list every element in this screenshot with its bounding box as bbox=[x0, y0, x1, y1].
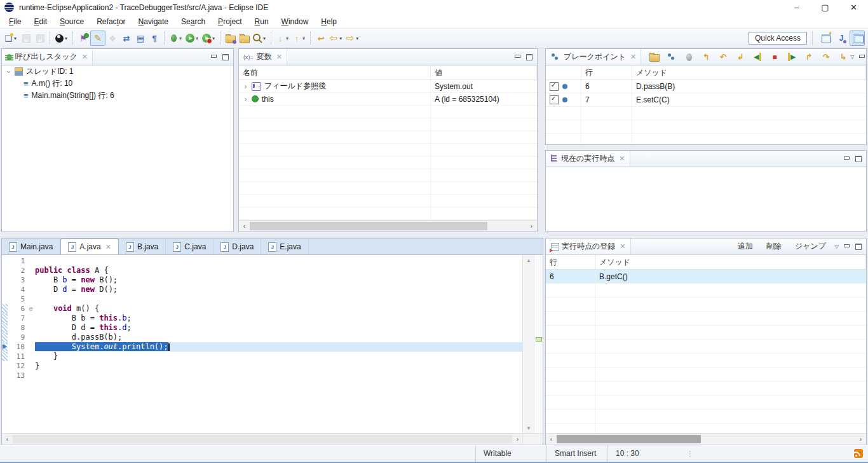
line-number[interactable]: 6 bbox=[8, 304, 27, 314]
breakpoints-col-line[interactable]: 行 bbox=[581, 66, 632, 79]
menu-search[interactable]: Search bbox=[175, 16, 212, 27]
step-over-icon[interactable]: ↷ bbox=[819, 50, 833, 64]
tab-current-execution-point[interactable]: 現在の実行時点 ✕ bbox=[546, 151, 630, 167]
step-back-return-icon[interactable]: ↲ bbox=[733, 50, 747, 64]
close-view-icon[interactable]: ✕ bbox=[630, 53, 636, 61]
save-all-icon[interactable] bbox=[33, 31, 47, 45]
breakpoints-col-method[interactable]: メソッド bbox=[632, 66, 866, 79]
trace-flag-icon[interactable] bbox=[76, 31, 90, 45]
line-number[interactable]: 1 bbox=[8, 256, 27, 266]
code-line[interactable]: 3 B b = new B(); bbox=[2, 275, 523, 285]
code-line[interactable]: 13 bbox=[2, 371, 523, 380]
breakpoint-checkbox[interactable] bbox=[550, 82, 559, 91]
line-number[interactable]: 4 bbox=[8, 285, 27, 294]
new-wizard-icon[interactable]: ▾ bbox=[3, 31, 19, 45]
code-line[interactable]: 10 System.out.println(); bbox=[2, 342, 523, 352]
menu-project[interactable]: Project bbox=[212, 16, 248, 27]
profile-icon[interactable]: ▾ bbox=[53, 31, 70, 45]
code-line[interactable]: 9 d.passB(b); bbox=[2, 333, 523, 342]
execreg-col-line[interactable]: 行 bbox=[546, 255, 595, 269]
tab-execution-point-registration[interactable]: 実行時点の登録 ✕ bbox=[546, 238, 631, 254]
line-number[interactable]: 3 bbox=[8, 275, 27, 285]
open-folder-icon[interactable] bbox=[238, 31, 252, 45]
editor-tab-main-java[interactable]: Main.java bbox=[2, 239, 60, 254]
menu-file[interactable]: File bbox=[3, 16, 27, 27]
step-back-over-icon[interactable]: ↶ bbox=[716, 50, 730, 64]
add-button[interactable]: 追加 bbox=[733, 241, 757, 252]
editor-tab-d-java[interactable]: D.java bbox=[214, 239, 261, 254]
sync-icon[interactable] bbox=[119, 31, 133, 45]
close-view-icon[interactable]: ✕ bbox=[276, 53, 282, 61]
variables-col-value[interactable]: 値 bbox=[431, 66, 537, 79]
code-editor[interactable]: 12public class A {3 B b = new B();4 D d … bbox=[2, 255, 543, 445]
close-view-icon[interactable]: ✕ bbox=[620, 242, 625, 251]
chevron-collapsed-icon[interactable]: › bbox=[243, 82, 248, 91]
step-return-icon[interactable]: ↳ bbox=[836, 50, 850, 64]
menu-source[interactable]: Source bbox=[53, 16, 90, 27]
pilcrow-icon[interactable] bbox=[147, 31, 161, 45]
step-filter-icon[interactable] bbox=[105, 31, 119, 45]
variables-col-name[interactable]: 名前 bbox=[239, 66, 431, 79]
code-line[interactable]: 2public class A { bbox=[2, 266, 523, 275]
menu-run[interactable]: Run bbox=[248, 16, 275, 27]
resume-back-icon[interactable] bbox=[750, 50, 764, 64]
menu-help[interactable]: Help bbox=[315, 16, 343, 27]
close-view-icon[interactable]: ✕ bbox=[82, 53, 88, 61]
notification-icon[interactable] bbox=[854, 449, 863, 458]
code-line[interactable]: 12} bbox=[2, 361, 523, 371]
line-number[interactable]: 12 bbox=[8, 361, 27, 371]
variable-row[interactable]: ›thisA (id = 685325104) bbox=[239, 93, 537, 106]
java-perspective-icon[interactable] bbox=[834, 31, 848, 45]
next-annotation-icon[interactable]: ▾ bbox=[275, 31, 291, 45]
code-line[interactable]: 5 bbox=[2, 294, 523, 304]
code-line[interactable]: 7 B b = this.b; bbox=[2, 314, 523, 323]
code-line[interactable]: 4 D d = new D(); bbox=[2, 285, 523, 294]
menu-window[interactable]: Window bbox=[275, 16, 315, 27]
save-icon[interactable] bbox=[19, 31, 33, 45]
code-line[interactable]: 1 bbox=[2, 256, 523, 266]
line-number[interactable]: 13 bbox=[8, 371, 27, 380]
editor-tab-b-java[interactable]: B.java bbox=[119, 239, 166, 254]
minimize-view-icon[interactable] bbox=[843, 156, 850, 162]
tab-call-stack[interactable]: 呼び出しスタック ✕ bbox=[2, 49, 93, 65]
code-line[interactable]: 8 D d = this.d; bbox=[2, 323, 523, 333]
line-number[interactable]: 9 bbox=[8, 333, 27, 342]
overview-ruler[interactable] bbox=[534, 255, 543, 434]
delete-button[interactable]: 削除 bbox=[762, 241, 786, 252]
execreg-col-method[interactable]: メソッド bbox=[595, 255, 866, 269]
breakpoint-checkbox[interactable] bbox=[550, 95, 559, 104]
run-icon[interactable]: ▾ bbox=[184, 31, 201, 45]
view-menu-icon[interactable]: ▽ bbox=[850, 54, 854, 60]
maximize-view-icon[interactable] bbox=[526, 54, 532, 60]
chevron-expanded-icon[interactable]: › bbox=[4, 69, 13, 74]
tab-breakpoints[interactable]: ブレークポイント ✕ bbox=[546, 49, 641, 65]
statusbar-drag-handle[interactable]: ⋮ bbox=[686, 450, 694, 458]
resume-fwd-icon[interactable] bbox=[785, 50, 799, 64]
variables-hscrollbar[interactable]: ‹ › bbox=[239, 220, 537, 232]
quick-access-box[interactable]: Quick Access bbox=[749, 32, 807, 45]
open-trace-icon[interactable] bbox=[648, 50, 661, 64]
maximize-view-icon[interactable] bbox=[855, 156, 862, 162]
maximize-view-icon[interactable] bbox=[855, 244, 862, 250]
last-edit-icon[interactable] bbox=[314, 31, 328, 45]
breakpoint-row[interactable]: 7E.setC(C) bbox=[546, 93, 866, 107]
maximize-view-icon[interactable] bbox=[222, 54, 229, 60]
variable-row[interactable]: ›フィールド参照後System.out bbox=[239, 80, 537, 93]
line-number[interactable]: 7 bbox=[8, 314, 27, 323]
stack-frame-row[interactable]: ≡Main.main(String[]) 行: 6 bbox=[2, 90, 233, 102]
minimize-window-button[interactable]: – bbox=[782, 0, 811, 15]
minimize-view-icon[interactable] bbox=[514, 54, 521, 60]
run-external-icon[interactable]: ▾ bbox=[201, 31, 217, 45]
editor-tab-c-java[interactable]: C.java bbox=[166, 239, 214, 254]
jump-button[interactable]: ジャンプ bbox=[790, 241, 831, 252]
debug-gray-icon[interactable] bbox=[682, 50, 696, 64]
bp-dots-icon[interactable] bbox=[665, 50, 679, 64]
thread-row[interactable]: › スレッドID: 1 bbox=[2, 66, 233, 78]
chevron-collapsed-icon[interactable]: › bbox=[243, 95, 248, 104]
highlight-icon[interactable] bbox=[90, 31, 105, 46]
editor-tab-e-java[interactable]: E.java bbox=[261, 239, 308, 254]
registered-point-row[interactable]: 6B.getC() bbox=[546, 270, 866, 284]
minimize-view-icon[interactable] bbox=[843, 244, 850, 250]
menu-edit[interactable]: Edit bbox=[27, 16, 53, 27]
tab-variables[interactable]: (x)= 変数 ✕ bbox=[239, 49, 287, 65]
